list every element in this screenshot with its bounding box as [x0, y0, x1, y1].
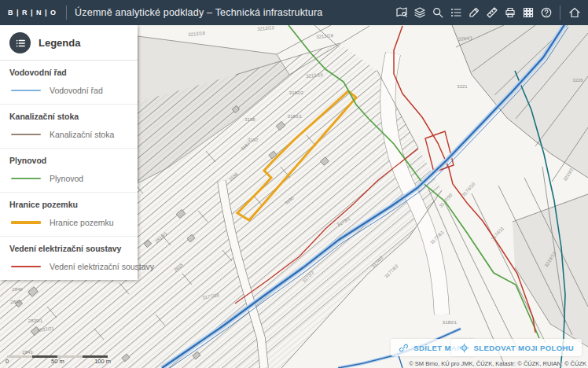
scale-tick-fifty: 50 m — [51, 358, 64, 365]
legend-section: Kanalizační stokaKanalizační stoka — [0, 105, 138, 149]
map-attribution: © SM Brno, KÚ pro JMK, ČÚZK, Katastr: © … — [409, 360, 586, 367]
legend-section-title: Vedení elektrizační soustavy — [9, 244, 128, 253]
scale-tick-zero: 0 — [6, 358, 9, 365]
legend-item-label: Kanalizační stoka — [50, 130, 114, 139]
legend-title: Legenda — [39, 37, 80, 49]
basemap-gallery-icon[interactable] — [519, 2, 537, 24]
brno-logo[interactable]: B | R | N | O — [0, 9, 64, 17]
legend-swatch — [11, 266, 41, 267]
legend-item-label: Vedení elektrizační soustavy — [50, 262, 154, 271]
legend-item-label: Plynovod — [50, 174, 83, 183]
legend-item: Plynovod — [9, 174, 128, 183]
legend-swatch — [11, 134, 41, 135]
draw-pencil-icon[interactable] — [465, 2, 483, 24]
track-location-button[interactable]: SLEDOVAT MOJI POLOHU — [451, 339, 582, 356]
toolbar-divider — [560, 6, 560, 20]
measure-icon[interactable] — [483, 2, 501, 24]
legend-section-title: Vodovodní řad — [9, 68, 128, 77]
legend-item: Vodovodní řad — [9, 86, 128, 95]
gis-app: 3213/183213/123213/193213/16319831973294… — [0, 0, 588, 368]
legend-swatch — [11, 221, 41, 224]
print-icon[interactable] — [501, 2, 519, 24]
legend-section: Vodovodní řadVodovodní řad — [0, 61, 138, 105]
legend-list-icon[interactable] — [447, 2, 465, 24]
legend-section: Vedení elektrizační soustavyVedení elekt… — [0, 237, 138, 280]
app-title: Územně analytické podklady – Technická i… — [75, 7, 322, 18]
legend-swatch — [11, 90, 41, 91]
map-pin-icon[interactable] — [392, 2, 410, 24]
legend-icon[interactable] — [9, 32, 31, 53]
legend-sections: Vodovodní řadVodovodní řadKanalizační st… — [0, 61, 138, 280]
locate-icon — [459, 343, 469, 353]
legend-item: Vedení elektrizační soustavy — [9, 262, 128, 271]
header-divider — [66, 6, 67, 20]
scale-bar: 0 50 m 100 m — [6, 355, 109, 366]
home-icon[interactable] — [565, 2, 583, 24]
legend-panel: Legenda Vodovodní řadVodovodní řadKanali… — [0, 25, 138, 280]
legend-swatch — [11, 178, 41, 179]
legend-section-title: Plynovod — [9, 156, 128, 165]
legend-item: Hranice pozemku — [9, 218, 128, 227]
scale-tick-hundred: 100 m — [94, 358, 111, 365]
layers-icon[interactable] — [410, 2, 428, 24]
legend-section: PlynovodPlynovod — [0, 149, 138, 193]
help-icon[interactable] — [537, 2, 555, 24]
legend-item-label: Hranice pozemku — [50, 218, 114, 227]
header-toolbar — [392, 0, 588, 25]
track-location-label: SLEDOVAT MOJI POLOHU — [474, 344, 574, 352]
legend-header: Legenda — [0, 25, 138, 61]
search-icon[interactable] — [428, 2, 447, 24]
legend-section-title: Hranice pozemku — [9, 200, 128, 209]
legend-section-title: Kanalizační stoka — [9, 112, 128, 121]
legend-item-label: Vodovodní řad — [50, 86, 103, 95]
link-icon — [399, 343, 409, 353]
app-header: B | R | N | O Územně analytické podklady… — [0, 0, 588, 25]
legend-item: Kanalizační stoka — [9, 130, 128, 139]
legend-section: Hranice pozemkuHranice pozemku — [0, 193, 138, 237]
